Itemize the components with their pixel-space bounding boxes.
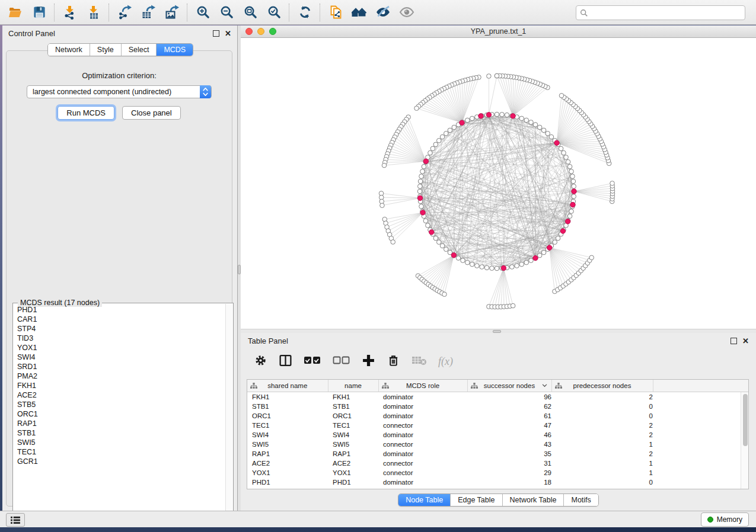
mcds-result-item[interactable]: SWI4 (17, 352, 226, 362)
column-header-MCDS-role[interactable]: MCDS role (378, 380, 467, 392)
run-mcds-button[interactable]: Run MCDS (58, 106, 114, 120)
mcds-result-item[interactable]: ORC1 (17, 409, 226, 419)
tab-motifs[interactable]: Motifs (563, 494, 598, 506)
open-folder-icon[interactable] (4, 2, 27, 23)
search-field[interactable] (576, 5, 745, 20)
mcds-result-item[interactable]: RAP1 (17, 419, 226, 428)
table-scrollbar-thumb[interactable] (743, 394, 748, 446)
table-cell: 47 (467, 421, 551, 430)
mcds-result-item[interactable]: STB1 (17, 428, 226, 438)
split-columns-icon[interactable] (279, 354, 292, 370)
search-input[interactable] (588, 8, 745, 18)
delete-table-icon (412, 354, 427, 368)
memory-button[interactable]: Memory (701, 512, 749, 527)
table-row[interactable]: YOX1YOX1connector291 (247, 468, 749, 477)
mcds-result-item[interactable]: YOX1 (17, 343, 226, 352)
export-table-icon[interactable] (136, 2, 160, 23)
table-row[interactable]: TEC1TEC1connector472 (247, 421, 749, 430)
table-row[interactable]: ACE2ACE2connector311 (247, 459, 749, 468)
tab-style[interactable]: Style (90, 44, 121, 56)
trash-icon[interactable] (387, 354, 400, 370)
table-cell (653, 449, 749, 459)
network-canvas[interactable] (241, 38, 756, 329)
table-row[interactable]: ORC1ORC1dominator610 (247, 411, 749, 421)
float-panel-icon[interactable] (213, 30, 219, 37)
export-image-icon[interactable] (160, 2, 184, 23)
duplicate-network-icon[interactable] (324, 2, 347, 23)
column-header-shared-name[interactable]: shared name (247, 380, 328, 392)
close-panel-button[interactable]: Close panel (122, 106, 181, 120)
tab-node-table[interactable]: Node Table (398, 494, 450, 506)
mcds-result-item[interactable]: PMA2 (17, 371, 226, 381)
mcds-list-scrollbar[interactable] (225, 304, 232, 521)
clear-checkboxes-icon[interactable] (333, 354, 350, 369)
mcds-result-item[interactable]: PHD1 (17, 305, 226, 315)
export-network-icon[interactable] (113, 2, 136, 23)
table-scrollbar[interactable] (741, 392, 748, 489)
table-cell: YOX1 (328, 468, 378, 477)
mcds-result-item[interactable]: CAR1 (17, 315, 226, 324)
gear-icon[interactable] (254, 354, 267, 370)
table-cell: 43 (467, 440, 551, 449)
table-cell: 18 (467, 477, 551, 487)
mcds-result-item[interactable]: STP4 (17, 324, 226, 334)
table-row[interactable]: PHD1PHD1dominator180 (247, 477, 749, 487)
zoom-in-icon[interactable] (191, 2, 215, 23)
table-tabs: Node TableEdge TableNetwork TableMotifs (398, 493, 599, 507)
table-row[interactable]: FKH1FKH1dominator962 (247, 392, 749, 402)
table-row[interactable]: SWI4SWI4dominator462 (247, 430, 749, 440)
add-column-icon[interactable] (362, 354, 375, 370)
import-table-icon[interactable] (82, 2, 106, 23)
mcds-result-item[interactable]: STB5 (17, 400, 226, 409)
table-cell: 2 (551, 430, 653, 440)
float-table-panel-icon[interactable] (731, 338, 737, 344)
mcds-result-item[interactable]: SWI5 (17, 438, 226, 447)
table-cell: ACE2 (247, 459, 328, 468)
table-header-row[interactable]: shared namenameMCDS rolesuccessor nodesp… (247, 380, 749, 392)
table-row[interactable]: STB1STB1dominator620 (247, 402, 749, 411)
table-cell: connector (378, 459, 467, 468)
table-row[interactable]: SWI5SWI5connector431 (247, 440, 749, 449)
table-row[interactable]: RAP1RAP1dominator352 (247, 449, 749, 459)
table-cell: connector (378, 440, 467, 449)
table-cell: FKH1 (247, 392, 328, 402)
column-header-predecessor-nodes[interactable]: predecessor nodes (551, 380, 653, 392)
close-table-panel-icon[interactable]: ✕ (742, 338, 749, 344)
table-cell: PHD1 (247, 477, 328, 487)
tab-network[interactable]: Network (48, 44, 90, 56)
column-header-name[interactable]: name (328, 380, 378, 392)
mcds-result-item[interactable]: ACE2 (17, 390, 226, 400)
show-eye-icon[interactable] (395, 2, 419, 23)
tab-mcds[interactable]: MCDS (156, 44, 193, 56)
optimization-criterion-select[interactable]: largest connected component (undirected) (27, 85, 212, 98)
tab-edge-table[interactable]: Edge Table (450, 494, 502, 506)
table-cell: connector (378, 421, 467, 430)
refresh-icon[interactable] (293, 2, 317, 23)
houses-icon[interactable] (347, 2, 371, 23)
mcds-result-box: MCDS result (17 nodes) PHD1CAR1STP4TID3Y… (12, 303, 234, 523)
mcds-result-item[interactable]: GCR1 (17, 457, 226, 466)
table-cell: dominator (378, 477, 467, 487)
function-builder-icon: f(x) (438, 355, 453, 368)
zoom-out-icon[interactable] (215, 2, 238, 23)
mcds-result-item[interactable]: FKH1 (17, 381, 226, 390)
search-icon (580, 9, 588, 17)
mcds-result-item[interactable]: TID3 (17, 334, 226, 343)
zoom-selected-icon[interactable] (262, 2, 286, 23)
control-panel: Control Panel ✕ NetworkStyleSelectMCDS O… (2, 25, 238, 511)
tab-select[interactable]: Select (121, 44, 157, 56)
task-history-button[interactable] (6, 513, 25, 527)
import-network-icon[interactable] (58, 2, 82, 23)
toolbar-separator (187, 4, 188, 21)
hide-eye-slash-icon[interactable] (371, 2, 395, 23)
mcds-result-item[interactable]: TEC1 (17, 447, 226, 457)
control-panel-body: Optimization criterion: largest connecte… (6, 50, 232, 507)
select-all-checkboxes-icon[interactable] (304, 354, 321, 369)
column-header-successor-nodes[interactable]: successor nodes (467, 380, 551, 392)
tab-network-table[interactable]: Network Table (502, 494, 564, 506)
close-panel-icon[interactable]: ✕ (225, 31, 231, 36)
mcds-result-item[interactable]: SRD1 (17, 362, 226, 371)
zoom-fit-icon[interactable] (238, 2, 262, 23)
table-cell: 2 (551, 449, 653, 459)
save-icon[interactable] (27, 2, 51, 23)
